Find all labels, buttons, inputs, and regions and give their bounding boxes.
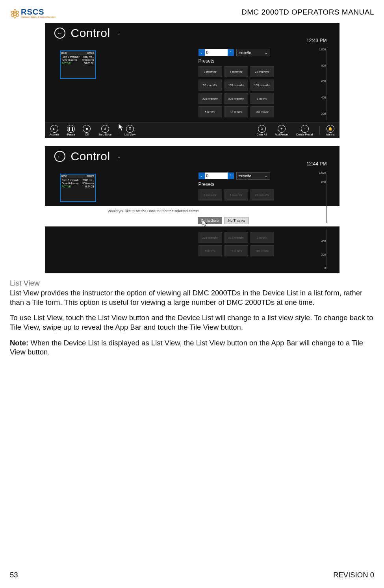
preset-button[interactable]: 1 rem/hr	[250, 232, 274, 243]
spinner-value[interactable]: 0	[205, 173, 228, 179]
spinner-down-icon[interactable]: ⌄	[198, 49, 205, 56]
axis-tick: 400	[315, 96, 326, 99]
device-rate-r: 2000 mr...	[83, 56, 94, 58]
device-rate: Rate 0 mrem/hr	[62, 56, 80, 58]
preset-button[interactable]: 100 mrem/hr	[224, 80, 248, 91]
device-tile[interactable]: 0030DMC1 Rate 0 mrem/hr2000 mr... Dose 0…	[60, 50, 96, 79]
spinner-value[interactable]: 0	[205, 49, 228, 56]
preset-button[interactable]: 500 mrem/hr	[224, 93, 248, 104]
preset-button[interactable]: 5 rem/hr	[198, 106, 222, 117]
preset-button[interactable]: 50 mrem/hr	[198, 80, 222, 91]
preset-button[interactable]: 0 mrem/hr	[198, 66, 222, 77]
axis-tick: 800	[315, 181, 326, 184]
device-id: 0030	[61, 52, 67, 54]
play-icon: ▸	[50, 125, 58, 133]
preset-button[interactable]: 200 mrem/hr	[198, 232, 222, 243]
document-title: DMC 2000TD OPERATORS MANUAL	[241, 8, 374, 17]
preset-button[interactable]: 22 mrem/hr	[250, 189, 274, 200]
axis-tick: 0	[315, 267, 326, 269]
chevron-down-icon: ⌄	[265, 174, 268, 178]
device-dose-r: 500 mrem	[82, 59, 94, 61]
spinner-up-icon[interactable]: ⌃	[228, 49, 234, 56]
axis-tick: 1,000	[315, 48, 326, 51]
device-tile[interactable]: 0030DMC1 Rate 0 mrem/hr2000 mr... Dose 0…	[60, 174, 96, 202]
logo-subtext: Radiation Safety & Control Services	[21, 16, 56, 19]
unit-value: mrem/hr	[239, 51, 251, 55]
preset-button[interactable]: 100 rem/hr	[250, 106, 274, 117]
no-thanks-button[interactable]: No Thanks	[224, 217, 249, 224]
note-body: When the Device List is displayed as Lis…	[10, 339, 363, 356]
revision-label: REVISION 0	[333, 571, 374, 579]
screen-title: Control	[71, 26, 110, 40]
device-id: 0030	[61, 175, 67, 178]
alarms-button[interactable]: 🔔Alarms	[326, 125, 335, 136]
spinner-up-icon[interactable]: ⌃	[228, 173, 234, 179]
pause-icon: ❚❚	[67, 125, 75, 133]
axis-tick: 400	[315, 240, 326, 243]
logo-text: RSCS	[21, 8, 56, 16]
device-rate: Rate 0 mrem/hr	[62, 179, 80, 182]
preset-button[interactable]: 150 mrem/hr	[250, 80, 274, 91]
off-button[interactable]: ■Off	[83, 125, 91, 136]
device-dose-r: 500 mrem	[82, 182, 94, 185]
zero-icon: ↺	[101, 125, 109, 133]
back-icon[interactable]: ←	[54, 151, 65, 162]
pause-button[interactable]: ❚❚Pause	[67, 125, 75, 136]
device-model: DMC1	[87, 175, 94, 178]
zero-dose-button[interactable]: ↺Zero Dose	[98, 125, 111, 136]
preset-button[interactable]: 0 mrem/hr	[198, 189, 222, 200]
paragraph: List View provides the instructor the op…	[10, 288, 374, 307]
delete-preset-button[interactable]: −Delete Preset	[296, 125, 313, 136]
chevron-down-icon[interactable]: ⌄	[117, 154, 121, 159]
preset-button[interactable]: 5 rem/hr	[198, 245, 222, 256]
device-time: 0:44:23	[85, 185, 94, 188]
clear-all-button[interactable]: ⊘Clear All	[257, 125, 267, 136]
preset-button[interactable]: 500 mrem/hr	[224, 232, 248, 243]
device-status: ACTIVE	[62, 185, 71, 188]
presets-grid: 0 mrem/hr5 mrem/hr22 mrem/hr50 mrem/hr10…	[198, 66, 274, 117]
device-status: ACTIVE	[62, 62, 71, 65]
device-dose: Dose 0 mrem	[62, 59, 77, 61]
presets-grid-bottom: 200 mrem/hr500 mrem/hr1 rem/hr5 rem/hr10…	[198, 232, 274, 256]
device-rate-r: 2000 mr...	[83, 179, 94, 182]
activate-button[interactable]: ▸Activate	[50, 125, 59, 136]
preset-button[interactable]: 5 mrem/hr	[224, 189, 248, 200]
preset-button[interactable]: 100 rem/hr	[250, 245, 274, 256]
add-preset-button[interactable]: +Add Preset	[275, 125, 289, 136]
presets-label: Presets	[198, 182, 215, 187]
clear-icon: ⊘	[258, 125, 266, 133]
note-paragraph: Note: When the Device List is displayed …	[10, 338, 374, 357]
preset-button[interactable]: 1 rem/hr	[250, 93, 274, 104]
plus-icon: +	[278, 125, 286, 133]
preset-button[interactable]: 200 mrem/hr	[198, 93, 222, 104]
preset-button[interactable]: 5 mrem/hr	[224, 66, 248, 77]
preset-button[interactable]: 10 rem/hr	[224, 245, 248, 256]
app-bar: ▸Activate ❚❚Pause ■Off ↺Zero Dose ≣List …	[45, 122, 339, 138]
axis-tick: 1,000	[315, 171, 326, 174]
bell-icon: 🔔	[326, 125, 334, 133]
paragraph: To use List View, touch the List View bu…	[10, 313, 374, 332]
axis-tick: 200	[315, 112, 326, 115]
clock: 12:44 PM	[306, 161, 326, 167]
logo: RSCS Radiation Safety & Control Services	[10, 8, 56, 20]
list-view-button[interactable]: ≣List View	[124, 125, 135, 136]
chevron-down-icon: ⌄	[265, 51, 268, 55]
preset-button[interactable]: 22 mrem/hr	[250, 66, 274, 77]
screenshot-control-1: ← Control ⌄ 12:43 PM 0030DMC1 Rate 0 mre…	[45, 23, 339, 138]
back-icon[interactable]: ←	[54, 28, 65, 39]
svg-point-3	[14, 13, 15, 14]
axis-scale: 1,000 800 600 400 200	[318, 48, 329, 121]
list-icon: ≣	[126, 125, 134, 133]
axis-tick: 600	[315, 80, 326, 83]
unit-select[interactable]: mrem/hr ⌄	[236, 49, 270, 56]
device-dose: Dose 0.4 mrem	[62, 182, 79, 185]
stop-icon: ■	[83, 125, 91, 133]
preset-button[interactable]: 10 rem/hr	[224, 106, 248, 117]
presets-grid-top: 0 mrem/hr5 mrem/hr22 mrem/hr	[198, 189, 274, 200]
dialog-message: Would you like to set the Dose to 0 for …	[108, 209, 199, 213]
spinner-down-icon[interactable]: ⌄	[198, 173, 205, 179]
chevron-down-icon[interactable]: ⌄	[117, 31, 121, 35]
unit-value: mrem/hr	[239, 174, 251, 178]
device-time: 00:00:01	[84, 62, 94, 65]
unit-select[interactable]: mrem/hr ⌄	[236, 172, 270, 180]
